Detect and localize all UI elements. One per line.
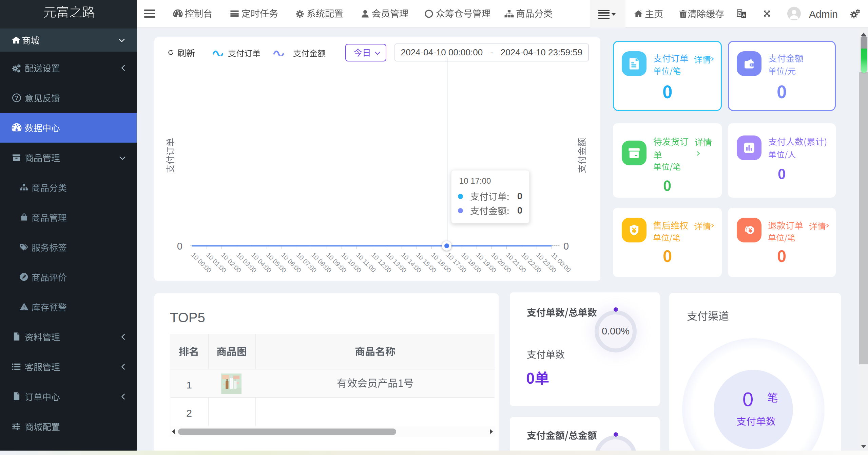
svg-text:A: A bbox=[742, 13, 746, 18]
svg-text:?: ? bbox=[15, 95, 18, 101]
